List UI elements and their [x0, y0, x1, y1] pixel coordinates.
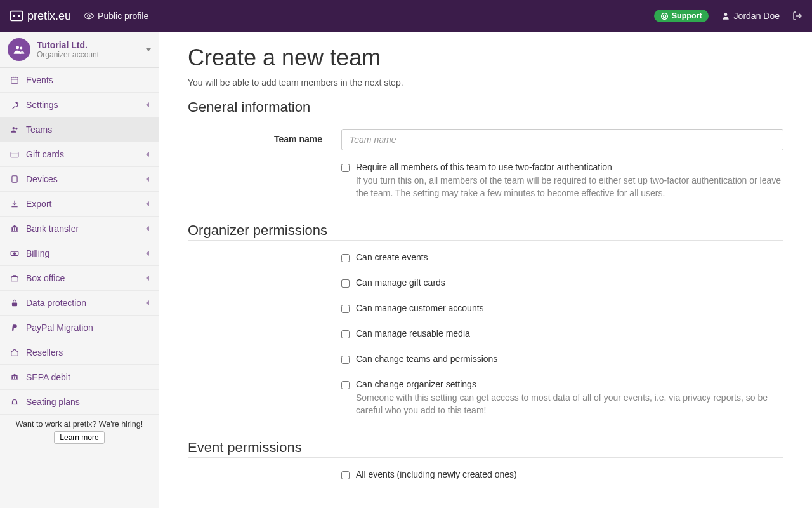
sidebar-item-giftcards[interactable]: Gift cards [0, 142, 159, 167]
svg-marker-20 [11, 225, 18, 228]
logout-icon [792, 11, 802, 21]
teams-icon [10, 125, 20, 134]
logout-link[interactable] [792, 11, 802, 21]
giftcards-icon [10, 150, 20, 159]
hiring-text: Want to work at pretix? We're hiring! [5, 420, 154, 429]
hiring-learn-more-button[interactable]: Learn more [54, 431, 104, 444]
brand-link[interactable]: pretix.eu [10, 9, 71, 23]
sidebar-item-devices[interactable]: Devices [0, 167, 159, 192]
perm-checkbox-manage_customers[interactable] [341, 305, 350, 313]
eye-icon [84, 11, 94, 21]
svg-rect-32 [11, 380, 18, 380]
svg-marker-28 [11, 374, 18, 377]
perm-label-manage_customers: Can manage customer accounts [356, 303, 783, 313]
sidebar-item-paypal[interactable]: PayPal Migration [0, 316, 159, 340]
user-name: Jordan Doe [734, 11, 780, 21]
settings-icon [10, 100, 20, 109]
require-2fa-checkbox[interactable] [341, 164, 350, 172]
svg-point-1 [13, 15, 16, 17]
svg-rect-24 [11, 231, 18, 232]
svg-point-5 [663, 15, 665, 17]
life-ring-icon [660, 12, 669, 20]
svg-rect-27 [12, 302, 17, 306]
require-2fa-label: Require all members of this team to use … [356, 162, 783, 172]
public-profile-link[interactable]: Public profile [84, 11, 148, 21]
perm-checkbox-change_teams[interactable] [341, 356, 350, 364]
require-2fa-help: If you turn this on, all members of the … [356, 175, 783, 199]
sidebar-item-events[interactable]: Events [0, 68, 159, 93]
svg-point-26 [14, 253, 16, 255]
top-navbar: pretix.eu Public profile Support Jordan … [0, 0, 812, 32]
sidebar-item-label: Data protection [26, 298, 140, 308]
svg-point-2 [18, 15, 20, 17]
perm-row-manage_media: Can manage reusable media [341, 328, 783, 338]
perm-label-create_events: Can create events [356, 252, 783, 262]
perm-row-change_teams: Can change teams and permissions [341, 354, 783, 364]
perm-checkbox-manage_giftcards[interactable] [341, 279, 350, 288]
svg-rect-29 [11, 376, 13, 379]
brand-logo-icon [10, 9, 23, 23]
svg-rect-16 [11, 152, 18, 157]
sidebar-item-resellers[interactable]: Resellers [0, 340, 159, 365]
svg-rect-30 [14, 376, 15, 379]
sidebar-item-label: Teams [26, 124, 149, 135]
section-heading-event-perms: Event permissions [188, 439, 783, 456]
devices-icon [10, 175, 20, 184]
resellers-icon [10, 348, 20, 357]
organizer-switcher[interactable]: Tutorial Ltd. Organizer account [0, 32, 159, 68]
divider [188, 240, 783, 241]
sidebar-item-boxoffice[interactable]: Box office [0, 266, 159, 291]
perm-checkbox-change_org_settings[interactable] [341, 381, 350, 389]
sidebar-item-dataprotection[interactable]: Data protection [0, 291, 159, 316]
perm-row-create_events: Can create events [341, 252, 783, 262]
chevron-left-icon [146, 300, 149, 305]
support-button[interactable]: Support [654, 10, 709, 22]
sidebar-item-billing[interactable]: Billing [0, 241, 159, 266]
perm-label-change_teams: Can change teams and permissions [356, 354, 783, 364]
chevron-left-icon [146, 276, 149, 281]
perm-row-manage_giftcards: Can manage gift cards [341, 277, 783, 288]
public-profile-label: Public profile [98, 11, 148, 21]
perm-checkbox-manage_media[interactable] [341, 330, 350, 338]
svg-rect-18 [12, 176, 17, 183]
sidebar-item-label: Devices [26, 174, 140, 184]
svg-rect-31 [16, 376, 18, 379]
team-name-input[interactable] [341, 129, 783, 150]
svg-rect-22 [14, 227, 15, 231]
svg-point-9 [20, 46, 22, 49]
divider [188, 117, 783, 117]
sidebar-item-export[interactable]: Export [0, 192, 159, 217]
events-icon [10, 76, 20, 84]
svg-point-3 [88, 15, 90, 17]
main-content: Create a new team You will be able to ad… [159, 32, 812, 508]
sidebar-item-banktransfer[interactable]: Bank transfer [0, 217, 159, 241]
perm-checkbox-create_events[interactable] [341, 254, 350, 262]
banktransfer-icon [10, 224, 20, 233]
support-label: Support [672, 11, 702, 20]
perm-help-change_org_settings: Someone with this setting can get access… [356, 392, 783, 417]
organizer-name: Tutorial Ltd. [37, 40, 140, 50]
svg-rect-0 [11, 11, 22, 21]
all-events-checkbox[interactable] [341, 471, 350, 479]
seating-icon [10, 398, 20, 406]
sidebar: Tutorial Ltd. Organizer account EventsSe… [0, 32, 159, 508]
svg-point-14 [13, 127, 15, 130]
sidebar-item-label: Box office [26, 273, 140, 283]
sidebar-item-label: Gift cards [26, 149, 140, 159]
svg-point-15 [15, 128, 17, 130]
user-menu[interactable]: Jordan Doe [721, 11, 780, 21]
chevron-left-icon [146, 251, 149, 256]
sidebar-item-sepa[interactable]: SEPA debit [0, 365, 159, 390]
svg-rect-21 [11, 227, 13, 231]
svg-rect-10 [11, 77, 18, 83]
sidebar-item-seating[interactable]: Seating plans [0, 390, 159, 415]
perm-row-change_org_settings: Can change organizer settingsSomeone wit… [341, 379, 783, 417]
billing-icon [10, 249, 20, 258]
sidebar-nav: EventsSettingsTeamsGift cardsDevicesExpo… [0, 68, 159, 415]
page-subtitle: You will be able to add team members in … [188, 77, 783, 88]
sidebar-item-teams[interactable]: Teams [0, 117, 159, 142]
sidebar-item-label: Billing [26, 248, 140, 258]
sidebar-item-settings[interactable]: Settings [0, 93, 159, 117]
organizer-subtitle: Organizer account [37, 50, 140, 59]
sidebar-item-label: Settings [26, 100, 140, 110]
